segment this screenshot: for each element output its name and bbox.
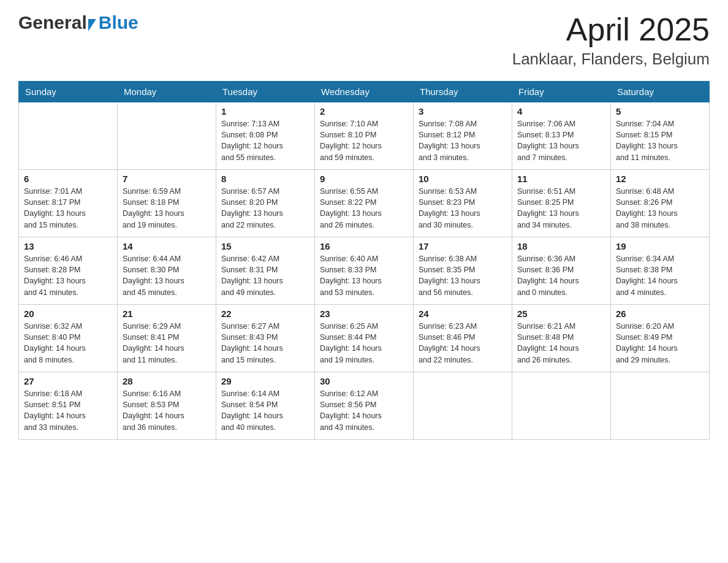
day-info: Sunrise: 7:10 AMSunset: 8:10 PMDaylight:… — [320, 118, 408, 163]
calendar-cell: 16Sunrise: 6:40 AMSunset: 8:33 PMDayligh… — [315, 237, 414, 305]
calendar-cell: 4Sunrise: 7:06 AMSunset: 8:13 PMDaylight… — [512, 102, 611, 170]
calendar-header-wednesday: Wednesday — [315, 82, 414, 102]
calendar-cell: 27Sunrise: 6:18 AMSunset: 8:51 PMDayligh… — [19, 372, 118, 440]
calendar-table: SundayMondayTuesdayWednesdayThursdayFrid… — [18, 81, 710, 440]
day-info: Sunrise: 6:57 AMSunset: 8:20 PMDaylight:… — [221, 186, 309, 231]
day-number: 23 — [320, 308, 408, 319]
calendar-cell: 7Sunrise: 6:59 AMSunset: 8:18 PMDaylight… — [118, 170, 216, 237]
day-number: 18 — [517, 241, 605, 251]
day-info: Sunrise: 7:04 AMSunset: 8:15 PMDaylight:… — [616, 118, 704, 163]
calendar-cell — [611, 372, 710, 440]
calendar-cell: 29Sunrise: 6:14 AMSunset: 8:54 PMDayligh… — [216, 372, 315, 440]
calendar-cell: 24Sunrise: 6:23 AMSunset: 8:46 PMDayligh… — [414, 305, 512, 372]
calendar-cell — [414, 372, 512, 440]
calendar-cell: 23Sunrise: 6:25 AMSunset: 8:44 PMDayligh… — [315, 305, 414, 372]
day-info: Sunrise: 6:25 AMSunset: 8:44 PMDaylight:… — [320, 321, 408, 366]
calendar-week-row: 6Sunrise: 7:01 AMSunset: 8:17 PMDaylight… — [19, 170, 710, 237]
day-number: 21 — [123, 308, 211, 319]
day-info: Sunrise: 6:16 AMSunset: 8:53 PMDaylight:… — [123, 388, 211, 433]
day-info: Sunrise: 6:53 AMSunset: 8:23 PMDaylight:… — [419, 186, 507, 231]
calendar-cell: 18Sunrise: 6:36 AMSunset: 8:36 PMDayligh… — [512, 237, 611, 305]
day-number: 11 — [517, 174, 605, 184]
logo-triangle-icon — [88, 19, 96, 31]
calendar-cell: 22Sunrise: 6:27 AMSunset: 8:43 PMDayligh… — [216, 305, 315, 372]
calendar-week-row: 20Sunrise: 6:32 AMSunset: 8:40 PMDayligh… — [19, 305, 710, 372]
day-info: Sunrise: 6:18 AMSunset: 8:51 PMDaylight:… — [24, 388, 112, 433]
day-number: 15 — [221, 241, 309, 251]
calendar-cell: 19Sunrise: 6:34 AMSunset: 8:38 PMDayligh… — [611, 237, 710, 305]
day-number: 13 — [24, 241, 112, 251]
calendar-cell: 30Sunrise: 6:12 AMSunset: 8:56 PMDayligh… — [315, 372, 414, 440]
calendar-cell: 3Sunrise: 7:08 AMSunset: 8:12 PMDaylight… — [414, 102, 512, 170]
day-info: Sunrise: 6:36 AMSunset: 8:36 PMDaylight:… — [517, 253, 605, 298]
day-number: 10 — [419, 174, 507, 184]
day-number: 22 — [221, 308, 309, 319]
day-number: 24 — [419, 308, 507, 319]
day-info: Sunrise: 7:13 AMSunset: 8:08 PMDaylight:… — [221, 118, 309, 163]
day-info: Sunrise: 6:20 AMSunset: 8:49 PMDaylight:… — [616, 321, 704, 366]
calendar-week-row: 27Sunrise: 6:18 AMSunset: 8:51 PMDayligh… — [19, 372, 710, 440]
day-number: 14 — [123, 241, 211, 251]
calendar-cell: 5Sunrise: 7:04 AMSunset: 8:15 PMDaylight… — [611, 102, 710, 170]
day-info: Sunrise: 6:59 AMSunset: 8:18 PMDaylight:… — [123, 186, 211, 231]
calendar-cell — [19, 102, 118, 170]
day-number: 29 — [221, 376, 309, 386]
day-info: Sunrise: 6:51 AMSunset: 8:25 PMDaylight:… — [517, 186, 605, 231]
title-section: April 2025 Lanklaar, Flanders, Belgium — [512, 12, 710, 69]
logo: General Blue — [18, 12, 138, 33]
calendar-cell: 10Sunrise: 6:53 AMSunset: 8:23 PMDayligh… — [414, 170, 512, 237]
day-number: 19 — [616, 241, 704, 251]
calendar-cell: 28Sunrise: 6:16 AMSunset: 8:53 PMDayligh… — [118, 372, 216, 440]
day-number: 3 — [419, 106, 507, 117]
day-number: 9 — [320, 174, 408, 184]
day-info: Sunrise: 6:38 AMSunset: 8:35 PMDaylight:… — [419, 253, 507, 298]
day-number: 27 — [24, 376, 112, 386]
day-number: 2 — [320, 106, 408, 117]
calendar-header-thursday: Thursday — [414, 82, 512, 102]
day-info: Sunrise: 6:29 AMSunset: 8:41 PMDaylight:… — [123, 321, 211, 366]
day-info: Sunrise: 7:01 AMSunset: 8:17 PMDaylight:… — [24, 186, 112, 231]
calendar-cell: 26Sunrise: 6:20 AMSunset: 8:49 PMDayligh… — [611, 305, 710, 372]
day-info: Sunrise: 6:48 AMSunset: 8:26 PMDaylight:… — [616, 186, 704, 231]
day-number: 28 — [123, 376, 211, 386]
day-number: 20 — [24, 308, 112, 319]
day-number: 8 — [221, 174, 309, 184]
calendar-header-tuesday: Tuesday — [216, 82, 315, 102]
calendar-cell: 8Sunrise: 6:57 AMSunset: 8:20 PMDaylight… — [216, 170, 315, 237]
day-number: 16 — [320, 241, 408, 251]
day-number: 17 — [419, 241, 507, 251]
day-info: Sunrise: 6:40 AMSunset: 8:33 PMDaylight:… — [320, 253, 408, 298]
calendar-cell: 13Sunrise: 6:46 AMSunset: 8:28 PMDayligh… — [19, 237, 118, 305]
calendar-header-saturday: Saturday — [611, 82, 710, 102]
calendar-header-friday: Friday — [512, 82, 611, 102]
calendar-week-row: 13Sunrise: 6:46 AMSunset: 8:28 PMDayligh… — [19, 237, 710, 305]
calendar-cell: 11Sunrise: 6:51 AMSunset: 8:25 PMDayligh… — [512, 170, 611, 237]
calendar-cell: 17Sunrise: 6:38 AMSunset: 8:35 PMDayligh… — [414, 237, 512, 305]
calendar-cell — [118, 102, 216, 170]
logo-general-text: General — [18, 12, 87, 33]
day-info: Sunrise: 7:06 AMSunset: 8:13 PMDaylight:… — [517, 118, 605, 163]
day-number: 4 — [517, 106, 605, 117]
day-number: 12 — [616, 174, 704, 184]
calendar-cell: 1Sunrise: 7:13 AMSunset: 8:08 PMDaylight… — [216, 102, 315, 170]
logo-blue-text: Blue — [99, 12, 138, 33]
day-number: 7 — [123, 174, 211, 184]
day-info: Sunrise: 6:32 AMSunset: 8:40 PMDaylight:… — [24, 321, 112, 366]
day-info: Sunrise: 6:44 AMSunset: 8:30 PMDaylight:… — [123, 253, 211, 298]
calendar-cell: 12Sunrise: 6:48 AMSunset: 8:26 PMDayligh… — [611, 170, 710, 237]
day-info: Sunrise: 6:42 AMSunset: 8:31 PMDaylight:… — [221, 253, 309, 298]
calendar-cell: 2Sunrise: 7:10 AMSunset: 8:10 PMDaylight… — [315, 102, 414, 170]
calendar-cell: 14Sunrise: 6:44 AMSunset: 8:30 PMDayligh… — [118, 237, 216, 305]
calendar-header-monday: Monday — [118, 82, 216, 102]
calendar-cell: 9Sunrise: 6:55 AMSunset: 8:22 PMDaylight… — [315, 170, 414, 237]
day-info: Sunrise: 6:21 AMSunset: 8:48 PMDaylight:… — [517, 321, 605, 366]
calendar-header-sunday: Sunday — [19, 82, 118, 102]
day-info: Sunrise: 6:46 AMSunset: 8:28 PMDaylight:… — [24, 253, 112, 298]
day-number: 30 — [320, 376, 408, 386]
day-info: Sunrise: 6:23 AMSunset: 8:46 PMDaylight:… — [419, 321, 507, 366]
calendar-week-row: 1Sunrise: 7:13 AMSunset: 8:08 PMDaylight… — [19, 102, 710, 170]
calendar-header-row: SundayMondayTuesdayWednesdayThursdayFrid… — [19, 82, 710, 102]
day-number: 26 — [616, 308, 704, 319]
calendar-title: April 2025 — [512, 12, 710, 47]
day-info: Sunrise: 6:55 AMSunset: 8:22 PMDaylight:… — [320, 186, 408, 231]
